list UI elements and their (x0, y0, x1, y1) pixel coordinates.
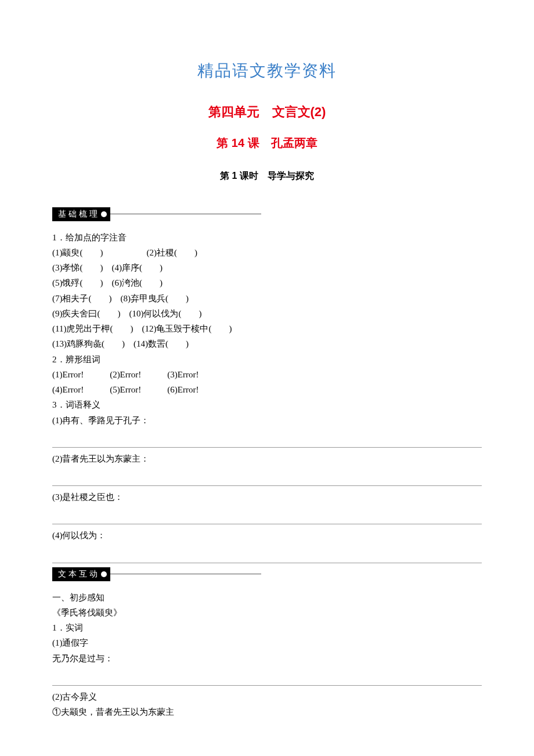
q2-line: (1)Error! (2)Error! (3)Error! (52, 367, 482, 382)
text-q1-item1: 无乃尔是过与： (52, 651, 482, 666)
text-h1: 一、初步感知 (52, 590, 482, 605)
q1-item: (7)相夫子( ) (8)弃甲曳兵( ) (52, 291, 482, 306)
main-title: 精品语文教学资料 (52, 58, 482, 84)
banner-line (110, 574, 261, 574)
dot-icon (101, 211, 107, 217)
unit-title: 第四单元 文言文(2) (52, 102, 482, 122)
q3-item: (4)何以伐为： (52, 528, 482, 543)
banner-line (110, 214, 261, 214)
q3-item: (2)昔者先王以为东蒙主： (52, 451, 482, 466)
banner-text: 文本互动 (52, 567, 482, 582)
text-q1-item2: ①夫颛臾，昔者先王以为东蒙主 (52, 704, 482, 719)
q3-item: (1)冉有、季路见于孔子： (52, 413, 482, 428)
text-h2: 《季氏将伐颛臾》 (52, 605, 482, 620)
q3-item: (3)是社稷之臣也： (52, 489, 482, 505)
q1-item: (13)鸡豚狗彘( ) (14)数罟( ) (52, 336, 482, 351)
q1-item: (1)颛臾( ) (2)社稷( ) (52, 245, 482, 260)
answer-blank (52, 673, 482, 686)
lesson-title: 第 14 课 孔孟两章 (52, 134, 482, 152)
answer-blank (52, 473, 482, 486)
q1-title: 1．给加点的字注音 (52, 230, 482, 245)
answer-blank (52, 435, 482, 448)
answer-blank (52, 550, 482, 563)
dot-icon (101, 571, 107, 577)
q1-item: (3)孝悌( ) (4)庠序( ) (52, 260, 482, 275)
banner-basic: 基础梳理 (52, 207, 482, 222)
lesson-subtitle: 第 1 课时 导学与探究 (52, 168, 482, 183)
q2-title: 2．辨形组词 (52, 352, 482, 367)
banner-text-label: 文本互动 (52, 567, 110, 581)
banner-basic-text: 基础梳理 (58, 207, 100, 220)
q2-line: (4)Error! (5)Error! (6)Error! (52, 382, 482, 397)
q1-item: (5)饿殍( ) (6)洿池( ) (52, 275, 482, 290)
q3-title: 3．词语释义 (52, 397, 482, 412)
q1-item: (9)疾夫舍曰( ) (10)何以伐为( ) (52, 306, 482, 321)
answer-blank (52, 512, 482, 524)
banner-text-text: 文本互动 (58, 567, 100, 580)
q1-item: (11)虎兕出于柙( ) (12)龟玉毁于椟中( ) (52, 321, 482, 336)
text-q1-sub2: (2)古今异义 (52, 689, 482, 704)
banner-basic-label: 基础梳理 (52, 207, 110, 221)
text-q1-title: 1．实词 (52, 620, 482, 635)
text-q1-sub1: (1)通假字 (52, 635, 482, 650)
